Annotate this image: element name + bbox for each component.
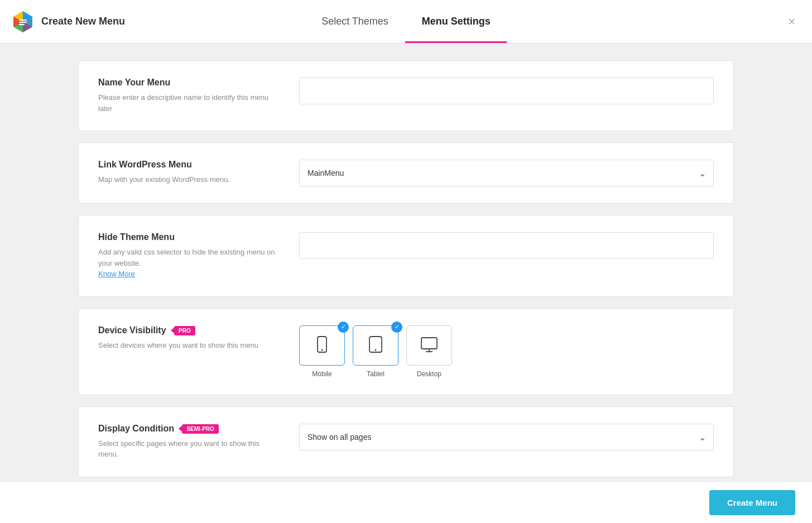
mobile-check-icon: ✓	[338, 322, 349, 333]
logo-area: Create New Menu	[11, 10, 125, 33]
card-left-display: Display Condition SEMI-PRO Select specif…	[98, 424, 277, 460]
device-item-mobile: ✓ Mobile	[299, 325, 345, 378]
card-left-name: Name Your Menu Please enter a descriptiv…	[98, 78, 277, 114]
menu-name-input[interactable]	[299, 78, 714, 104]
tab-select-themes[interactable]: Select Themes	[305, 0, 405, 43]
card-right-device: ✓ Mobile ✓ Tablet	[299, 325, 714, 378]
wordpress-menu-select-wrapper: MainMenu Primary Menu Secondary Menu Foo…	[299, 160, 714, 186]
name-menu-desc: Please enter a descriptive name to ident…	[98, 92, 277, 114]
svg-point-13	[375, 349, 377, 351]
footer: Create Menu	[0, 481, 812, 523]
card-right-display: Show on all pages Show on homepage Show …	[299, 424, 714, 450]
desktop-label: Desktop	[417, 370, 441, 378]
display-condition-label: Display Condition SEMI-PRO	[98, 424, 277, 434]
device-item-desktop: Desktop	[406, 325, 452, 378]
hide-theme-menu-input[interactable]	[299, 232, 714, 259]
name-menu-label: Name Your Menu	[98, 78, 277, 88]
tab-menu-settings[interactable]: Menu Settings	[405, 0, 507, 43]
link-wordpress-menu-card: Link WordPress Menu Map with your existi…	[78, 142, 734, 204]
wordpress-menu-select[interactable]: MainMenu Primary Menu Secondary Menu Foo…	[299, 160, 714, 186]
display-condition-select[interactable]: Show on all pages Show on homepage Show …	[299, 424, 714, 450]
link-menu-desc: Map with your existing WordPress menu.	[98, 174, 277, 185]
header-title: Create New Menu	[41, 16, 125, 27]
mobile-icon	[313, 335, 331, 356]
card-left-hide: Hide Theme Menu Add any valid css select…	[98, 232, 277, 280]
svg-rect-9	[19, 24, 25, 25]
card-left-link: Link WordPress Menu Map with your existi…	[98, 160, 277, 185]
svg-rect-14	[421, 338, 437, 349]
device-visibility-card: Device Visibility PRO Select devices whe…	[78, 308, 734, 395]
header-tabs: Select Themes Menu Settings	[305, 0, 507, 43]
link-menu-label: Link WordPress Menu	[98, 160, 277, 170]
display-condition-card: Display Condition SEMI-PRO Select specif…	[78, 406, 734, 477]
tablet-label: Tablet	[367, 370, 385, 378]
pro-badge: PRO	[174, 326, 195, 335]
card-right-link: MainMenu Primary Menu Secondary Menu Foo…	[299, 160, 714, 186]
know-more-link[interactable]: Know More	[98, 270, 135, 278]
semi-pro-badge: SEMI-PRO	[182, 424, 218, 434]
device-buttons-group: ✓ Mobile ✓ Tablet	[299, 325, 452, 378]
card-left-device: Device Visibility PRO Select devices whe…	[98, 325, 277, 351]
app-logo-icon	[11, 10, 35, 33]
card-right-name	[299, 78, 714, 104]
device-item-tablet: ✓ Tablet	[353, 325, 398, 378]
hide-menu-desc: Add any valid css selector to hide the e…	[98, 247, 277, 280]
svg-rect-8	[19, 22, 27, 23]
tablet-device-button[interactable]: ✓	[353, 325, 398, 366]
card-right-hide	[299, 232, 714, 259]
desktop-device-button[interactable]	[406, 325, 452, 366]
svg-point-11	[321, 349, 323, 351]
device-visibility-label: Device Visibility PRO	[98, 325, 277, 335]
main-content: Name Your Menu Please enter a descriptiv…	[0, 44, 812, 481]
create-menu-button[interactable]: Create Menu	[709, 490, 795, 515]
desktop-icon	[420, 335, 438, 356]
device-visibility-desc: Select devices where you want to show th…	[98, 340, 277, 351]
tablet-check-icon: ✓	[391, 322, 402, 333]
header: Create New Menu Select Themes Menu Setti…	[0, 0, 812, 44]
hide-menu-label: Hide Theme Menu	[98, 232, 277, 242]
mobile-device-button[interactable]: ✓	[299, 325, 345, 366]
display-condition-select-wrapper: Show on all pages Show on homepage Show …	[299, 424, 714, 450]
close-button[interactable]: ×	[783, 13, 801, 31]
display-condition-desc: Select specific pages where you want to …	[98, 438, 277, 460]
mobile-label: Mobile	[312, 370, 331, 378]
hide-theme-menu-card: Hide Theme Menu Add any valid css select…	[78, 215, 734, 297]
tablet-icon	[367, 335, 385, 356]
svg-rect-7	[19, 20, 27, 21]
name-your-menu-card: Name Your Menu Please enter a descriptiv…	[78, 60, 734, 131]
